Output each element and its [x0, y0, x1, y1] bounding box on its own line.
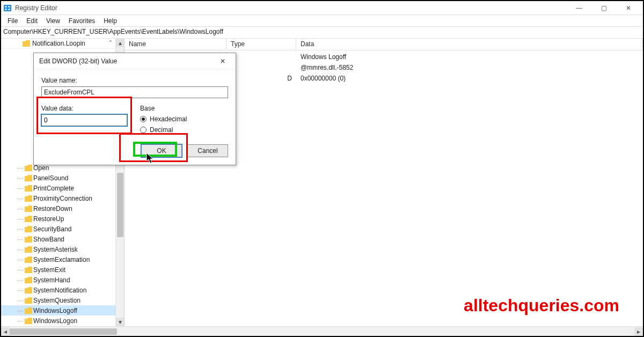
folder-icon: [25, 277, 32, 283]
folder-icon: [25, 206, 32, 212]
tree-dotted-line-icon: ····: [4, 225, 24, 233]
tree-label: SecurityBand: [33, 225, 71, 233]
radio-decimal[interactable]: Decimal: [140, 126, 228, 134]
svg-rect-4: [8, 9, 10, 10]
scroll-down-button[interactable]: ▾: [116, 318, 125, 326]
svg-rect-1: [5, 6, 7, 8]
tree-label: WindowsLogoff: [33, 307, 77, 314]
tree-dotted-line-icon: ····: [4, 205, 24, 213]
tree-dotted-line-icon: ····: [4, 185, 24, 192]
tree-item[interactable]: ····WindowsLogoff: [1, 305, 115, 316]
cell-data: Windows Logoff: [296, 53, 643, 61]
tree-item[interactable]: ····SystemAsterisk: [1, 244, 115, 254]
tree-item[interactable]: ····SystemExclamation: [1, 254, 115, 265]
folder-icon: [25, 297, 32, 304]
scroll-right-button[interactable]: ▸: [634, 327, 643, 336]
scroll-thumb[interactable]: [117, 173, 123, 237]
svg-rect-3: [5, 9, 7, 10]
tree-item[interactable]: ····SystemHand: [1, 275, 115, 285]
tree-item[interactable]: ····ShowBand: [1, 234, 115, 244]
tree-label: ShowBand: [33, 236, 64, 243]
tree-dotted-line-icon: ····: [4, 317, 24, 325]
tree-top-item[interactable]: Notification.Loopin ˄: [1, 39, 115, 49]
watermark-text: alltechqueries.com: [464, 296, 619, 316]
folder-icon: [25, 246, 32, 253]
tree-label: RestoreUp: [33, 215, 64, 223]
folder-icon: [25, 226, 32, 232]
tree-label: WindowsLogon: [33, 317, 77, 325]
window-title: Registry Editor: [15, 4, 57, 12]
tree-dotted-line-icon: ····: [4, 215, 24, 223]
cell-type: [226, 67, 296, 68]
scroll-up-button[interactable]: ▴: [116, 39, 125, 47]
tree-dotted-line-icon: ····: [4, 164, 24, 172]
tree-item[interactable]: ····SystemExit: [1, 265, 115, 275]
tree-label: SystemNotification: [33, 287, 86, 294]
radio-hexadecimal[interactable]: Hexadecimal: [140, 115, 228, 123]
col-type[interactable]: Type: [226, 39, 296, 50]
tree-dotted-line-icon: ····: [4, 297, 24, 304]
tree-dotted-line-icon: ····: [4, 256, 24, 263]
tree-dotted-line-icon: ····: [4, 195, 24, 202]
tree-item[interactable]: ····SecurityBand: [1, 224, 115, 234]
tree-item[interactable]: ····SystemNotification: [1, 285, 115, 295]
edit-dword-dialog: Edit DWORD (32-bit) Value ✕ Value name: …: [33, 53, 236, 165]
menu-edit[interactable]: Edit: [22, 16, 42, 26]
tree-item[interactable]: ····PanelSound: [1, 173, 115, 183]
scroll-track[interactable]: [10, 327, 634, 336]
tree-label: PanelSound: [33, 174, 68, 182]
ok-button[interactable]: OK: [141, 144, 182, 157]
horizontal-scrollbar[interactable]: ◂ ▸: [1, 326, 643, 336]
tree-dotted-line-icon: ····: [4, 246, 24, 253]
titlebar: Registry Editor — ▢ ✕: [1, 1, 643, 15]
tree-label: SystemQuestion: [33, 297, 80, 304]
folder-icon: [25, 236, 32, 243]
col-data[interactable]: Data: [296, 39, 643, 50]
folder-icon: [25, 216, 32, 222]
radio-dot-icon: [140, 127, 147, 133]
close-window-button[interactable]: ✕: [616, 2, 641, 14]
value-name-label: Value name:: [41, 77, 228, 84]
scroll-left-button[interactable]: ◂: [1, 327, 10, 336]
list-header: Name Type Data: [125, 39, 643, 50]
tree-dotted-line-icon: ····: [4, 287, 24, 294]
folder-icon: [25, 267, 32, 273]
cell-type: D: [226, 74, 296, 83]
tree-item[interactable]: ····PrintComplete: [1, 183, 115, 193]
menu-help[interactable]: Help: [99, 16, 121, 26]
folder-icon: [23, 40, 30, 47]
maximize-button[interactable]: ▢: [591, 2, 616, 14]
col-name[interactable]: Name: [125, 39, 226, 50]
folder-icon: [25, 307, 32, 314]
scroll-thumb-h[interactable]: [10, 328, 117, 335]
dialog-buttons: OK Cancel: [41, 144, 228, 157]
tree-item[interactable]: ····SystemQuestion: [1, 295, 115, 305]
tree-label: SystemExclamation: [33, 256, 90, 263]
value-data-label: Value data:: [41, 105, 127, 112]
tree-label: ProximityConnection: [33, 195, 92, 202]
folder-icon: [25, 257, 32, 263]
folder-icon: [25, 195, 32, 202]
menu-view[interactable]: View: [42, 16, 64, 26]
dialog-close-button[interactable]: ✕: [215, 55, 230, 68]
dialog-body: Value name: Value data: Base Hexadecimal…: [34, 69, 236, 165]
tree-item[interactable]: ····RestoreUp: [1, 214, 115, 224]
tree-item[interactable]: ····RestoreDown: [1, 203, 115, 214]
radio-dot-icon: [140, 116, 147, 122]
dialog-titlebar[interactable]: Edit DWORD (32-bit) Value ✕: [34, 53, 236, 69]
value-name-input[interactable]: [41, 86, 228, 98]
folder-icon: [25, 185, 32, 192]
tree-item[interactable]: ····ProximityConnection: [1, 193, 115, 203]
cell-data: 0x00000000 (0): [296, 74, 643, 83]
menu-favorites[interactable]: Favorites: [64, 16, 99, 26]
value-data-input[interactable]: [41, 114, 127, 126]
tree-dotted-line-icon: ····: [4, 266, 24, 274]
menu-file[interactable]: File: [3, 16, 22, 26]
cancel-button[interactable]: Cancel: [187, 144, 228, 157]
address-bar[interactable]: Computer\HKEY_CURRENT_USER\AppEvents\Eve…: [1, 27, 643, 39]
tree-dotted-line-icon: ····: [4, 276, 24, 284]
regedit-icon: [3, 4, 12, 12]
tree-item[interactable]: ····WindowsLogon: [1, 316, 115, 326]
tree-label: RestoreDown: [33, 205, 72, 213]
minimize-button[interactable]: —: [567, 2, 591, 14]
